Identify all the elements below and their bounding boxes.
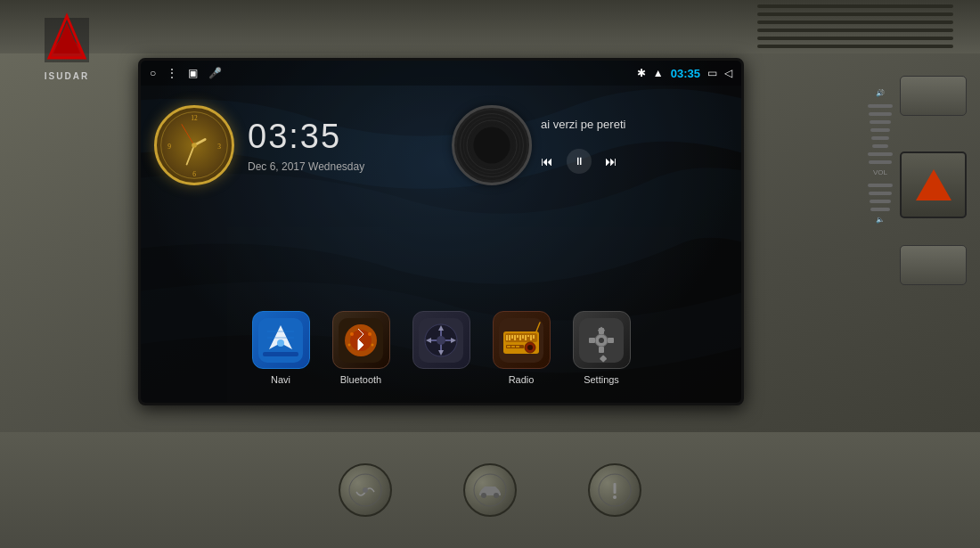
svg-point-30 — [368, 332, 372, 336]
status-bar: ○ ⋮ ▣ 🎤 ✱ ▲ 03:35 ▭ ◁ — [141, 61, 741, 86]
music-widget: ai verzi pe pereti ⏮ ⏸ ⏭ — [452, 96, 728, 194]
right-side-btn-1[interactable] — [900, 76, 967, 116]
radio-icon — [493, 311, 551, 369]
circle-status-icon: ○ — [150, 67, 156, 79]
digital-info: 03:35 Dec 6, 2017 Wednesday — [248, 118, 364, 173]
bottom-dashboard — [0, 432, 980, 548]
navi-label: Navi — [271, 374, 290, 385]
svg-point-19 — [473, 127, 510, 163]
play-pause-button[interactable]: ⏸ — [567, 149, 592, 174]
svg-point-75 — [481, 493, 486, 498]
svg-rect-60 — [511, 346, 515, 348]
wifi-status-icon: ▲ — [653, 67, 664, 79]
media-icon-svg — [419, 318, 463, 363]
digital-date: Dec 6, 2017 Wednesday — [248, 160, 364, 173]
status-right: ✱ ▲ 03:35 ▭ ◁ — [637, 67, 732, 80]
bluetooth-status-icon: ✱ — [637, 67, 646, 79]
settings-icon-svg — [579, 318, 624, 363]
screen-status-icon: ▣ — [188, 67, 198, 79]
svg-text:9: 9 — [167, 143, 171, 151]
play-pause-icon: ⏸ — [574, 155, 584, 168]
svg-rect-67 — [599, 347, 604, 353]
vol-bar-7 — [868, 152, 893, 156]
hazard-button[interactable] — [900, 151, 967, 218]
hazard-triangle-icon — [916, 169, 951, 200]
vol-label-text: VOL — [873, 168, 887, 176]
media-icon — [412, 311, 470, 369]
dash-knob-3[interactable] — [588, 463, 641, 517]
music-info: ai verzi pe pereti ⏮ ⏸ ⏭ — [541, 118, 728, 174]
knob-1-icon — [347, 472, 383, 508]
battery-status-icon: ▭ — [707, 67, 717, 79]
svg-point-13 — [192, 143, 197, 148]
radio-icon-svg — [499, 318, 543, 363]
vol-bar-5 — [871, 136, 889, 140]
vol-bar-10 — [869, 192, 892, 195]
clock-svg: 12 3 6 9 — [157, 108, 232, 183]
dots-status-icon: ⋮ — [167, 67, 177, 79]
digital-time: 03:35 — [248, 118, 364, 156]
navi-icon-svg — [258, 318, 303, 363]
svg-rect-68 — [589, 338, 595, 343]
brand-text: ISUDAR — [45, 71, 89, 81]
navi-icon — [252, 311, 310, 369]
settings-icon — [573, 311, 631, 369]
vent-lines-right — [757, 4, 980, 49]
vol-bar-2 — [869, 112, 892, 116]
svg-point-57 — [527, 345, 533, 350]
bluetooth-icon — [332, 311, 390, 369]
svg-text:6: 6 — [192, 170, 196, 178]
svg-point-22 — [277, 339, 284, 347]
analog-clock: 12 3 6 9 — [154, 105, 234, 185]
bluetooth-icon-svg — [339, 318, 383, 363]
clock-widget: 12 3 6 9 03:35 — [154, 96, 448, 194]
unit-frame: ○ ⋮ ▣ 🎤 ✱ ▲ 03:35 ▭ ◁ — [138, 58, 744, 405]
music-controls: ⏮ ⏸ ⏭ — [541, 149, 728, 174]
svg-rect-23 — [263, 352, 298, 356]
knob-3-icon — [597, 472, 633, 508]
app-navi[interactable]: Navi — [252, 311, 310, 385]
app-settings[interactable]: Settings — [573, 311, 631, 385]
svg-point-73 — [363, 487, 368, 493]
vol-bar-8 — [869, 160, 892, 164]
svg-text:3: 3 — [217, 143, 221, 151]
status-left: ○ ⋮ ▣ 🎤 — [150, 67, 222, 79]
app-grid: Navi — [141, 311, 741, 385]
svg-point-76 — [494, 493, 499, 498]
svg-point-65 — [599, 338, 604, 343]
screen: ○ ⋮ ▣ 🎤 ✱ ▲ 03:35 ▭ ◁ — [141, 61, 741, 403]
vinyl-record — [452, 105, 532, 185]
logo-area: ISUDAR — [9, 9, 125, 89]
vol-indicator: 🔊 VOL 🔈 — [868, 89, 893, 226]
brand-logo-icon — [36, 9, 98, 71]
svg-line-12 — [182, 125, 194, 145]
vol-bar-12 — [870, 208, 890, 211]
svg-rect-69 — [608, 338, 614, 343]
right-buttons — [895, 76, 971, 285]
status-time: 03:35 — [671, 67, 700, 80]
vol-up-icon: 🔊 — [876, 89, 885, 97]
right-side-btn-2[interactable] — [900, 245, 967, 285]
radio-label: Radio — [509, 374, 535, 385]
vol-bar-6 — [872, 144, 888, 148]
settings-label: Settings — [584, 374, 619, 385]
vol-bar-9 — [868, 184, 893, 187]
vol-bar-1 — [868, 104, 893, 108]
svg-point-78 — [613, 495, 617, 499]
next-button[interactable]: ⏭ — [605, 154, 617, 168]
svg-line-11 — [187, 145, 194, 164]
svg-point-41 — [437, 336, 445, 345]
vol-bar-4 — [870, 128, 890, 132]
vent-top — [0, 0, 980, 53]
back-status-icon: ◁ — [724, 67, 732, 79]
vinyl-svg — [454, 108, 529, 183]
dash-knob-2[interactable] — [463, 463, 517, 517]
dash-knob-1[interactable] — [339, 463, 392, 517]
mic-status-icon: 🎤 — [208, 67, 222, 79]
app-media[interactable] — [412, 311, 470, 385]
app-bluetooth[interactable]: Bluetooth — [332, 311, 390, 385]
svg-rect-61 — [516, 346, 519, 348]
prev-button[interactable]: ⏮ — [541, 154, 553, 168]
svg-point-32 — [372, 343, 374, 346]
app-radio[interactable]: Radio — [493, 311, 551, 385]
